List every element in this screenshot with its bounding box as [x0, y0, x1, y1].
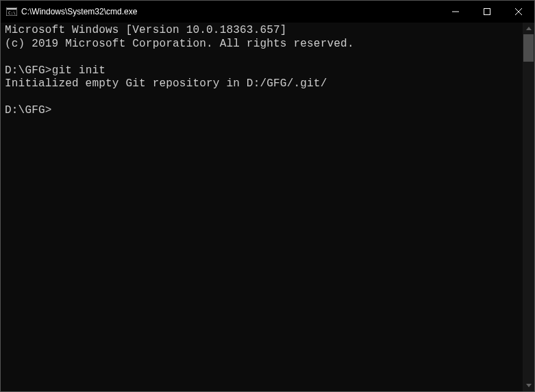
cmd-icon: C:\: [6, 6, 17, 17]
scrollbar-track[interactable]: [523, 34, 534, 380]
scrollbar-thumb[interactable]: [523, 34, 534, 62]
minimize-button[interactable]: [440, 1, 471, 23]
terminal-output[interactable]: Microsoft Windows [Version 10.0.18363.65…: [1, 23, 523, 391]
prompt-line: D:\GFG>git init: [5, 64, 520, 78]
scroll-down-icon[interactable]: [523, 380, 534, 391]
output-line: Initialized empty Git repository in D:/G…: [5, 77, 520, 91]
banner-line: (c) 2019 Microsoft Corporation. All righ…: [5, 38, 520, 51]
prompt: D:\GFG>: [5, 64, 52, 77]
banner-line: Microsoft Windows [Version 10.0.18363.65…: [5, 24, 520, 38]
cmd-window: C:\ C:\Windows\System32\cmd.exe Microsof…: [0, 0, 535, 392]
close-button[interactable]: [503, 1, 534, 23]
blank-line: [5, 51, 520, 64]
window-title: C:\Windows\System32\cmd.exe: [21, 7, 137, 16]
scroll-up-icon[interactable]: [523, 23, 534, 34]
maximize-button[interactable]: [471, 1, 503, 23]
window-controls: [440, 1, 534, 23]
svg-marker-7: [526, 27, 532, 30]
terminal-area: Microsoft Windows [Version 10.0.18363.65…: [1, 23, 534, 391]
svg-marker-8: [526, 384, 532, 387]
titlebar[interactable]: C:\ C:\Windows\System32\cmd.exe: [1, 1, 534, 23]
svg-text:C:\: C:\: [8, 10, 16, 15]
prompt: D:\GFG>: [5, 104, 52, 117]
vertical-scrollbar[interactable]: [523, 23, 534, 391]
command-text: git init: [52, 64, 105, 77]
blank-line: [5, 91, 520, 105]
svg-rect-4: [484, 9, 490, 15]
current-prompt-line: D:\GFG>: [5, 104, 520, 118]
